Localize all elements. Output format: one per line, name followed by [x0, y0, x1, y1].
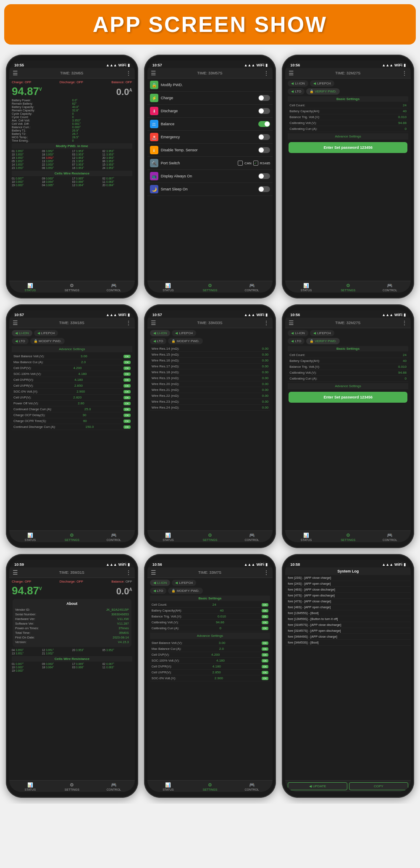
- tab-bar-6: 📊STATUS ⚙SETTINGS 🎮CONTROL: [285, 530, 411, 542]
- emergency-toggle[interactable]: [258, 134, 270, 140]
- password-box-6[interactable]: Enter Set password 123456: [289, 392, 407, 403]
- tab-settings-icon-1: ⚙: [70, 283, 74, 288]
- menu-display[interactable]: 📺 Display Always On: [147, 170, 273, 183]
- lto-tab-6[interactable]: ◀ LTO: [288, 338, 304, 344]
- menu-port-switch[interactable]: 🔌 Port Switch CAN ✓ RS485: [147, 157, 273, 170]
- dots-menu-7[interactable]: ⋮: [126, 569, 131, 576]
- menu-sleep[interactable]: 🌙 Smart Sleep On: [147, 183, 273, 196]
- menu-disable-temp[interactable]: 🌡 Disable Temp. Sensor: [147, 144, 273, 157]
- menu-emergency[interactable]: 🚨 Emergency: [147, 131, 273, 144]
- display-toggle[interactable]: [258, 173, 270, 179]
- charge-toggle[interactable]: [258, 95, 270, 101]
- tab-control-7[interactable]: 🎮CONTROL: [93, 782, 135, 791]
- menu-balance[interactable]: ⚖ Balance: [147, 118, 273, 131]
- dots-menu-8[interactable]: ⋮: [263, 569, 269, 576]
- status-bar-1: 10:55 ▲▲▲ WiFi ▮: [9, 61, 135, 68]
- dots-menu-3[interactable]: ⋮: [402, 70, 407, 77]
- lto-tab-3[interactable]: ◀ LTO: [288, 88, 304, 95]
- lifepo4-tab-8[interactable]: ◀ LIFEPO4: [172, 580, 196, 586]
- tab-control-2[interactable]: 🎮 CONTROL: [231, 283, 273, 292]
- verify-pwd-tab-3[interactable]: 🔒 VERIFY PWD.: [306, 88, 340, 95]
- modify-pwd-tab-5[interactable]: 🔒 MODIFY PWD.: [168, 338, 202, 344]
- discharge-toggle[interactable]: [258, 108, 270, 114]
- settings-tabs-3: ◀ LI-ION ◀ LIFEPO4: [288, 80, 408, 87]
- advance-title-4: Advance Settings: [12, 346, 132, 352]
- tab-status-8[interactable]: 📊STATUS: [147, 782, 189, 791]
- hamburger-icon-7[interactable]: ☰: [13, 569, 18, 576]
- copy-btn-9[interactable]: COPY: [349, 782, 408, 790]
- tab-status-2[interactable]: 📊 STATUS: [147, 283, 189, 292]
- lifepo4-tab-4[interactable]: ◀ LIFEPO4: [34, 330, 58, 336]
- log-entry-1: fore [23S] - [APP close charge]: [285, 575, 411, 581]
- tab-status-4[interactable]: 📊STATUS: [9, 533, 51, 541]
- lto-tab-8[interactable]: ◀ LTO: [150, 588, 167, 594]
- tab-control-6[interactable]: 🎮CONTROL: [369, 533, 411, 541]
- lifepo4-tab-3[interactable]: ◀ LIFEPO4: [310, 80, 334, 87]
- dots-menu-1[interactable]: ⋮: [126, 70, 131, 77]
- log-entry-11: fore [34M49S] - [APP close charge]: [285, 634, 411, 640]
- info-grid-1: Battery Power:0.0° Remain Battery:82° Ba…: [12, 99, 132, 142]
- tab-settings-4[interactable]: ⚙SETTINGS: [51, 533, 93, 541]
- tab-settings-3[interactable]: ⚙ SETTINGS: [327, 283, 369, 292]
- hamburger-icon-5[interactable]: ☰: [151, 319, 156, 326]
- hamburger-icon-4[interactable]: ☰: [13, 319, 18, 326]
- discharge-icon: ⬇: [150, 107, 158, 115]
- liion-tab-5[interactable]: ◀ LI-ION: [150, 330, 171, 336]
- app-header-1: ☰ TIME: 32M6S ⋮: [9, 68, 135, 79]
- modify-pwd-tab-4[interactable]: 🔒 MODIFY PWD.: [30, 338, 65, 344]
- tab-control-3[interactable]: 🎮 CONTROL: [369, 283, 411, 292]
- tab-control-5[interactable]: 🎮CONTROL: [231, 533, 273, 541]
- tab-settings-5[interactable]: ⚙SETTINGS: [189, 533, 231, 541]
- tab-control-icon-8: 🎮: [249, 782, 255, 788]
- menu-modify-pwd[interactable]: 🔒 Modify PWD.: [147, 79, 273, 92]
- tab-control-8[interactable]: 🎮CONTROL: [231, 782, 273, 791]
- tab-control-1[interactable]: 🎮 CONTROL: [93, 283, 135, 292]
- menu-discharge[interactable]: ⬇ Discharge: [147, 105, 273, 118]
- verify-pwd-tab-6[interactable]: 🔒 VERIFY PWD.: [306, 338, 340, 344]
- phone-5-screen: 10:57 ▲▲▲WiFi▮ ☰ TIME: 33M33S ⋮ ◀ LI-ION…: [147, 310, 273, 542]
- can-checkbox[interactable]: [238, 161, 243, 166]
- rs485-checkbox[interactable]: ✓: [253, 161, 258, 166]
- hamburger-icon-6[interactable]: ☰: [289, 319, 294, 326]
- modify-pwd-tab-8[interactable]: 🔒 MODIFY PWD.: [168, 588, 202, 594]
- app-header-4: ☰ TIME: 33M18S ⋮: [9, 318, 135, 328]
- temp-toggle[interactable]: [258, 147, 270, 153]
- tab-status-3[interactable]: 📊 STATUS: [285, 283, 327, 292]
- menu-charge[interactable]: ⚡ Charge: [147, 92, 273, 105]
- app-content-9: fore [23S] - [APP close charge] fore [24…: [285, 575, 411, 780]
- lto-tab-4[interactable]: ◀ LTO: [12, 338, 29, 344]
- hamburger-icon-8[interactable]: ☰: [151, 569, 156, 576]
- dots-menu-5[interactable]: ⋮: [263, 319, 269, 326]
- liion-tab-4[interactable]: ◀ LI-ION: [12, 330, 32, 336]
- tab-settings-6[interactable]: ⚙SETTINGS: [327, 533, 369, 541]
- tab-settings-7[interactable]: ⚙SETTINGS: [51, 782, 93, 791]
- tab-settings-1[interactable]: ⚙ SETTINGS: [51, 283, 93, 292]
- tab-status-5[interactable]: 📊STATUS: [147, 533, 189, 541]
- tab-settings-2[interactable]: ⚙ SETTINGS: [189, 283, 231, 292]
- tab-settings-8[interactable]: ⚙SETTINGS: [189, 782, 231, 791]
- lto-tab-5[interactable]: ◀ LTO: [150, 338, 167, 344]
- tab-status-6[interactable]: 📊STATUS: [285, 533, 327, 541]
- hamburger-icon-2[interactable]: ☰: [151, 70, 156, 77]
- liion-tab-6[interactable]: ◀ LI-ION: [288, 330, 308, 336]
- tab-status-icon-4: 📊: [27, 533, 33, 538]
- sleep-toggle[interactable]: [258, 186, 270, 192]
- dots-menu-4[interactable]: ⋮: [126, 319, 131, 326]
- hamburger-icon-1[interactable]: ☰: [13, 70, 18, 77]
- tab-status-1[interactable]: 📊 STATUS: [9, 283, 51, 292]
- lifepo4-tab-5[interactable]: ◀ LIFEPO4: [172, 330, 196, 336]
- dots-menu-6[interactable]: ⋮: [402, 319, 407, 326]
- password-box-3[interactable]: Enter Set password 123456: [289, 142, 407, 153]
- tab-status-7[interactable]: 📊STATUS: [9, 782, 51, 791]
- tab-control-4[interactable]: 🎮CONTROL: [93, 533, 135, 541]
- tab-bar-4: 📊STATUS ⚙SETTINGS 🎮CONTROL: [9, 530, 135, 542]
- big-values-1: 94.87V 0.0A: [12, 85, 132, 98]
- liion-tab-3[interactable]: ◀ LI-ION: [288, 80, 308, 87]
- balance-toggle[interactable]: [258, 121, 270, 127]
- hamburger-icon-3[interactable]: ☰: [289, 70, 294, 77]
- liion-tab-8[interactable]: ◀ LI-ION: [150, 580, 171, 586]
- dots-menu-2[interactable]: ⋮: [263, 70, 269, 77]
- lifepo4-tab-6[interactable]: ◀ LIFEPO4: [310, 330, 334, 336]
- phone-6: 10:56 ▲▲▲WiFi▮ ☰ TIME: 32M27S ⋮ ◀ LI-ION…: [282, 304, 414, 548]
- update-btn-9[interactable]: ◀ UPDATE: [288, 782, 347, 790]
